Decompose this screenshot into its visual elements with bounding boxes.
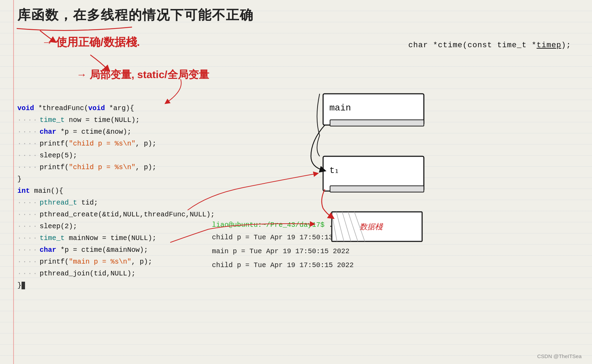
code-line-4: ····printf("child p = %s\n", p); bbox=[17, 138, 212, 150]
watermark: CSDN @TheITSea bbox=[537, 353, 582, 359]
terminal-output-1: child p = Tue Apr 19 17:50:13 2022 bbox=[212, 231, 438, 244]
code-line-2: ····time_t now = time(NULL); bbox=[17, 114, 212, 126]
terminal-output-3: child p = Tue Apr 19 17:50:15 2022 bbox=[212, 259, 438, 272]
code-line-8: int main(){ bbox=[17, 185, 212, 197]
code-line-3: ····char *p = ctime(&now); bbox=[17, 126, 212, 138]
code-line-10: ····pthread_create(&tid,NULL,threadFunc,… bbox=[17, 209, 212, 221]
code-block: void *threadFunc(void *arg){ ····time_t … bbox=[17, 102, 212, 291]
annotation-2: → 局部变量, static/全局变量 bbox=[76, 68, 209, 82]
code-line-12: ····time_t mainNow = time(NULL); bbox=[17, 232, 212, 244]
code-line-15: ····pthread_join(tid,NULL); bbox=[17, 268, 212, 280]
function-signature: char *ctime(const time_t *timep); bbox=[408, 41, 571, 50]
code-line-13: ····char *p = ctime(&mainNow); bbox=[17, 244, 212, 256]
annotation-1: → 使用正确/数据棧. bbox=[42, 35, 140, 50]
page: 库函数，在多线程的情况下可能不正确 → 使用正确/数据棧. → 局部变量, st… bbox=[0, 0, 592, 364]
code-line-5: ····sleep(5); bbox=[17, 150, 212, 162]
code-line-6: ····printf("child p = %s\n", p); bbox=[17, 162, 212, 173]
terminal-output-2: main p = Tue Apr 19 17:50:15 2022 bbox=[212, 245, 438, 258]
code-line-16: } bbox=[17, 280, 212, 291]
page-title: 库函数，在多线程的情况下可能不正确 bbox=[17, 6, 254, 24]
code-line-11: ····sleep(2); bbox=[17, 221, 212, 232]
title-area: 库函数，在多线程的情况下可能不正确 bbox=[17, 6, 254, 24]
terminal-line-1: liao@ubuntu:~/Pre_43/day17$ ./thread_saf… bbox=[212, 219, 438, 231]
code-line-9: ····pthread_t tid; bbox=[17, 197, 212, 209]
code-line-14: ····printf("main p = %s\n", p); bbox=[17, 256, 212, 268]
terminal-output: liao@ubuntu:~/Pre_43/day17$ ./thread_saf… bbox=[212, 219, 438, 272]
margin-line bbox=[13, 0, 14, 364]
code-line-1: void *threadFunc(void *arg){ bbox=[17, 102, 212, 114]
code-line-7: } bbox=[17, 173, 212, 185]
func-sig-text: char *ctime(const time_t *timep); bbox=[408, 41, 571, 50]
